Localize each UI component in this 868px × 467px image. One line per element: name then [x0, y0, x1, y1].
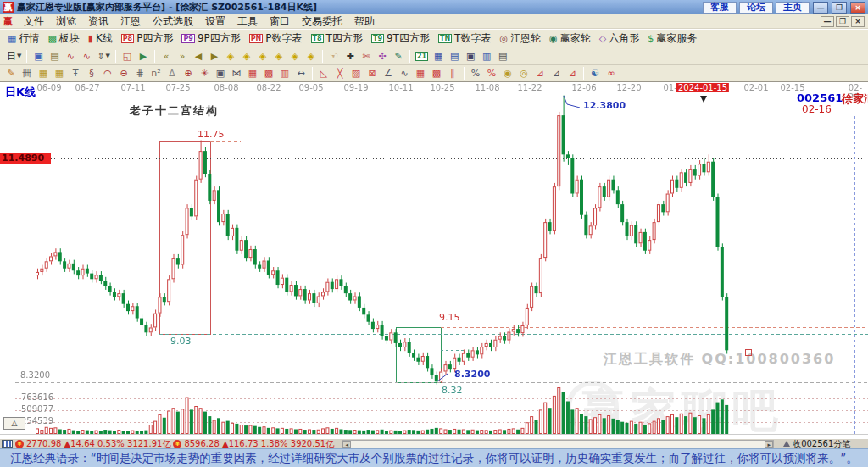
line-manager-icon[interactable]: ✎ — [391, 49, 406, 64]
scroll-right-arrow[interactable]: ▸ — [765, 441, 773, 448]
toolbar-button-p-number-table[interactable]: PNP数字表 — [245, 30, 307, 47]
percent-retrace-icon[interactable]: % — [468, 66, 483, 81]
kline-mode-icon[interactable]: ◱ — [120, 49, 135, 64]
annotation-tool-icon[interactable]: ✣ — [375, 49, 390, 64]
zoom-diamond-5[interactable]: ◈ — [287, 49, 303, 64]
scroll-left-arrow[interactable]: ◂ — [342, 441, 351, 448]
trend-small-icon[interactable]: ∿ — [63, 49, 78, 64]
minimize-button[interactable]: — — [813, 2, 828, 14]
color-flag-icon[interactable]: ▶ — [136, 49, 151, 64]
next-bar-icon[interactable]: ▶ — [207, 49, 222, 64]
horizontal-scrollbar[interactable]: ◂ ▸ — [342, 440, 774, 448]
mdi-restore-button[interactable]: ❐ — [836, 16, 849, 27]
hand-tool-icon[interactable]: ☜ — [326, 49, 342, 64]
arc-tool-icon[interactable]: ◠ — [100, 66, 115, 81]
n2-table-icon[interactable]: n² — [148, 66, 164, 81]
toolbar-button-gann-wheel[interactable]: ◎江恩轮 — [495, 30, 545, 47]
restore-button[interactable]: ❐ — [832, 2, 847, 14]
period-day-dropdown[interactable]: 日▼ — [3, 49, 23, 64]
toolbar-button-hexagon[interactable]: ◇六角形 — [595, 30, 643, 47]
zoom-diamond-3[interactable]: ◈ — [255, 49, 270, 64]
zoom-diamond-4[interactable]: ◈ — [271, 49, 287, 64]
toolbar-button-t-number-table[interactable]: TNT数字表 — [434, 30, 496, 47]
width-arrows-icon[interactable]: ↔ — [293, 66, 309, 81]
photo-icon[interactable]: ▣ — [213, 66, 228, 81]
parallel-lines-icon[interactable]: ∥ — [445, 66, 460, 81]
mdi-minimize-button[interactable]: — — [821, 16, 834, 27]
printer-icon[interactable]: ▤ — [495, 49, 510, 64]
toolbar-button-t-square[interactable]: T8T四方形 — [307, 30, 367, 47]
shaded-grid-icon[interactable]: ▨ — [348, 66, 364, 81]
menu-item-help[interactable]: 帮助 — [348, 14, 381, 28]
prev-bar-icon[interactable]: ◀ — [191, 49, 206, 64]
hash-ruler-icon[interactable]: ⋕ — [132, 66, 147, 81]
menu-item-file[interactable]: 文件 — [18, 14, 50, 28]
homepage-button[interactable]: 主页 — [776, 2, 810, 14]
fractal-icon[interactable]: ⋈ — [229, 66, 244, 81]
angle-a-icon[interactable]: ∆ — [164, 66, 180, 81]
percent-red-icon[interactable]: % — [484, 66, 499, 81]
golden-section-icon[interactable]: ◉ — [500, 66, 515, 81]
last-bar-icon[interactable]: » — [175, 49, 190, 64]
menu-item-browse[interactable]: 浏览 — [50, 14, 82, 28]
toolbar-button-quotes[interactable]: ▦行情 — [3, 30, 43, 47]
infinity-icon[interactable]: ∞ — [604, 66, 619, 81]
measure-tool-icon[interactable]: ✄ — [359, 49, 374, 64]
data-download-icon[interactable]: ▥ — [479, 49, 494, 64]
save-icon[interactable]: ▣ — [463, 49, 478, 64]
toolbar-button-sectors[interactable]: ▩板块 — [43, 30, 83, 47]
draw-pen-icon[interactable]: ✎ — [3, 66, 19, 81]
red-grid-icon[interactable]: ▦ — [245, 66, 260, 81]
menu-item-news[interactable]: 资讯 — [82, 14, 114, 28]
tally-grid-icon[interactable]: 卌 — [19, 66, 35, 81]
shenzhen-index-quote[interactable]: 8596.28 ▲116.73 1.38% 3920.51亿 — [184, 438, 334, 450]
trend-large-icon[interactable]: ∿ — [79, 49, 94, 64]
menu-item-gann[interactable]: 江恩 — [114, 14, 147, 28]
zoom-diamond-2[interactable]: ◈ — [239, 49, 254, 64]
red-grid2-icon[interactable]: ▩ — [261, 66, 276, 81]
toolbar-button-9t-square[interactable]: T99T四方形 — [367, 30, 434, 47]
zoom-diamond-1[interactable]: ◈ — [223, 49, 238, 64]
tile-chart-icon[interactable]: ▣ — [31, 49, 46, 64]
menu-item-tools[interactable]: 工具 — [231, 14, 264, 28]
grid4-icon[interactable]: ▩ — [429, 66, 444, 81]
grid3-icon[interactable]: ▦ — [413, 66, 428, 81]
gann-grid-gold-icon[interactable]: ▦ — [36, 66, 51, 81]
yinyang-icon[interactable]: ☯ — [587, 66, 603, 81]
cross-lines-icon[interactable]: ╳ — [332, 66, 348, 81]
first-bar-icon[interactable]: « — [159, 49, 174, 64]
shanghai-index-quote[interactable]: 2770.98 ▲14.64 0.53% 3121.91亿 — [26, 438, 170, 450]
expand-volume-button[interactable]: △ — [3, 417, 25, 430]
calendar-icon[interactable]: 21 — [414, 49, 430, 64]
fan-lines-icon[interactable]: ◺ — [316, 66, 331, 81]
band-icon[interactable]: ▥ — [277, 66, 292, 81]
mdi-close-button[interactable]: × — [851, 16, 865, 27]
grid-view-icon[interactable] — [2, 440, 13, 448]
toolbar-button-kline[interactable]: ▮K线 — [84, 30, 117, 47]
angle-line-icon[interactable]: ∠ — [381, 66, 396, 81]
notebook-icon[interactable]: ▤ — [447, 49, 462, 64]
clipboard-icon[interactable]: ▤ — [47, 49, 62, 64]
price-ruler-icon[interactable]: Ŧ — [68, 66, 83, 81]
close-button[interactable]: × — [850, 2, 865, 14]
wave-line-icon[interactable]: ∿ — [397, 66, 412, 81]
circle-cycle-icon[interactable]: ⊖ — [116, 66, 131, 81]
kline-chart-panel[interactable]: 06-0906-2707-1107-2508-0808-2209-0509-19… — [0, 81, 868, 438]
menu-item-trade-order[interactable]: 交易委托 — [296, 14, 348, 28]
gann-grid-gold2-icon[interactable]: ▦ — [52, 66, 67, 81]
angle-j-icon[interactable]: ⊿ — [532, 66, 548, 81]
forum-button[interactable]: 论坛 — [739, 2, 773, 14]
menu-item-settings[interactable]: 设置 — [199, 14, 231, 28]
menu-item-formula-stock-pick[interactable]: 公式选股 — [147, 14, 199, 28]
updown-icon[interactable]: ⇕▼ — [95, 49, 112, 64]
toolbar-button-p-square[interactable]: P8P四方形 — [117, 30, 178, 47]
calculator-icon[interactable]: ▦ — [431, 49, 446, 64]
menu-item-window[interactable]: 窗口 — [264, 14, 296, 28]
angle-f-icon[interactable]: ⊿ — [548, 66, 564, 81]
crosshair-tool-icon[interactable]: ✚ — [342, 49, 358, 64]
toolbar-button-winner-service[interactable]: $赢家服务 — [643, 30, 701, 47]
toolbar-button-9p-square[interactable]: P99P四方形 — [177, 30, 244, 47]
gann-wheel-small-icon[interactable]: ✳ — [197, 66, 212, 81]
spiral-icon[interactable]: § — [84, 66, 99, 81]
kline-canvas[interactable] — [0, 82, 868, 438]
